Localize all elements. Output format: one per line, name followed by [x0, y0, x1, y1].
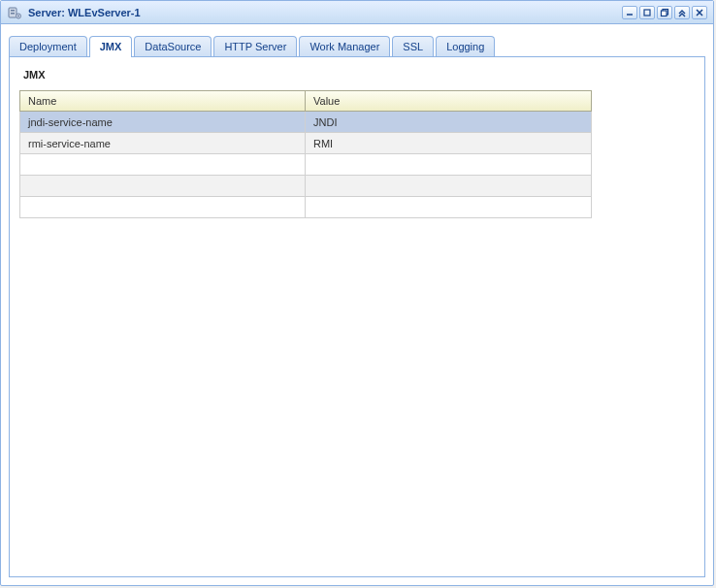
cell-name: [19, 176, 306, 197]
tab-jmx[interactable]: JMX: [89, 36, 133, 57]
svg-rect-1: [11, 10, 15, 12]
panel-body: Deployment JMX DataSource HTTP Server Wo…: [1, 24, 713, 585]
cell-name: jndi-service-name: [19, 112, 306, 133]
column-header-value[interactable]: Value: [306, 90, 592, 112]
panel-title: Server: WLEvServer-1: [28, 7, 141, 18]
collapse-button[interactable]: [674, 6, 690, 19]
cell-name: [19, 154, 306, 176]
cell-name: [19, 197, 306, 218]
table-row[interactable]: rmi-service-name RMI: [19, 133, 592, 154]
svg-rect-7: [662, 11, 667, 16]
cell-value: RMI: [306, 133, 592, 154]
server-panel: Server: WLEvServer-1 Deployment JMX: [0, 0, 714, 586]
table-row[interactable]: [19, 154, 592, 176]
server-icon: [7, 5, 22, 20]
table-row[interactable]: jndi-service-name JNDI: [19, 112, 592, 133]
tab-datasource[interactable]: DataSource: [134, 36, 212, 56]
titlebar: Server: WLEvServer-1: [1, 1, 713, 24]
section-title: JMX: [23, 69, 695, 81]
restore-button[interactable]: [639, 6, 655, 19]
title-prefix: Server:: [28, 7, 65, 18]
table-row[interactable]: [19, 176, 592, 197]
minimize-button[interactable]: [622, 6, 637, 19]
title-server-name: WLEvServer-1: [68, 7, 141, 18]
svg-rect-5: [644, 10, 650, 16]
close-button[interactable]: [692, 6, 707, 19]
tab-logging[interactable]: Logging: [436, 36, 495, 56]
cell-value: [306, 197, 592, 218]
cell-value: [306, 154, 592, 176]
tabs: Deployment JMX DataSource HTTP Server Wo…: [9, 32, 705, 57]
column-header-name[interactable]: Name: [19, 90, 306, 112]
title-controls: [622, 6, 707, 19]
tab-http-server[interactable]: HTTP Server: [213, 36, 297, 56]
cell-value: JNDI: [306, 112, 592, 133]
cell-value: [306, 176, 592, 197]
svg-rect-2: [11, 13, 15, 15]
tab-panel-jmx: JMX Name Value jndi-service-name JNDI rm…: [9, 57, 705, 577]
tab-work-manager[interactable]: Work Manager: [299, 36, 390, 56]
maximize-button[interactable]: [657, 6, 672, 19]
tab-deployment[interactable]: Deployment: [9, 36, 87, 56]
cell-name: rmi-service-name: [19, 133, 306, 154]
table-row[interactable]: [19, 197, 592, 218]
tab-ssl[interactable]: SSL: [392, 36, 434, 56]
jmx-properties-table: Name Value jndi-service-name JNDI rmi-se…: [19, 90, 592, 218]
